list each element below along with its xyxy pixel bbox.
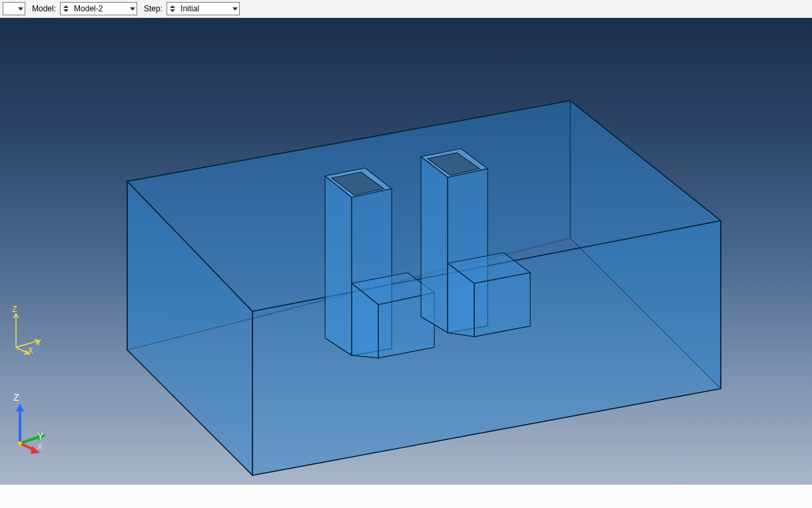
chevron-down-icon [130,7,135,11]
svg-point-30 [18,441,22,445]
axis-z-label: Z [13,393,19,404]
axis-x-label: X [28,346,33,356]
model-dropdown[interactable]: Model-2 [60,2,137,15]
svg-marker-15 [421,157,448,333]
svg-line-23 [16,347,29,354]
model-spinner[interactable] [63,5,69,13]
axis-x-label: X [37,442,43,452]
model-value: Model-2 [74,4,127,13]
chevron-down-icon [232,7,238,11]
step-value: Initial [181,4,230,13]
step-spinner[interactable] [170,5,175,13]
svg-marker-20 [474,273,530,337]
spin-down-icon [170,9,175,13]
axis-y-label: Y [37,431,43,443]
axis-y-label: Y [36,338,41,348]
svg-marker-25 [16,403,24,411]
context-toolbar: Model: Model-2 Step: Initial [0,0,812,18]
step-dropdown[interactable]: Initial [167,2,240,15]
message-area [0,485,812,508]
model-label: Model: [32,4,56,13]
step-label: Step: [144,4,163,13]
module-dropdown[interactable] [3,2,25,15]
spin-down-icon [63,9,69,13]
svg-marker-8 [325,176,352,355]
model-render [0,18,812,485]
axis-z-label: Z [12,305,17,315]
svg-line-22 [16,341,39,347]
viewport-3d[interactable]: Z Y X Z Y X [0,18,812,485]
chevron-down-icon [18,7,23,11]
